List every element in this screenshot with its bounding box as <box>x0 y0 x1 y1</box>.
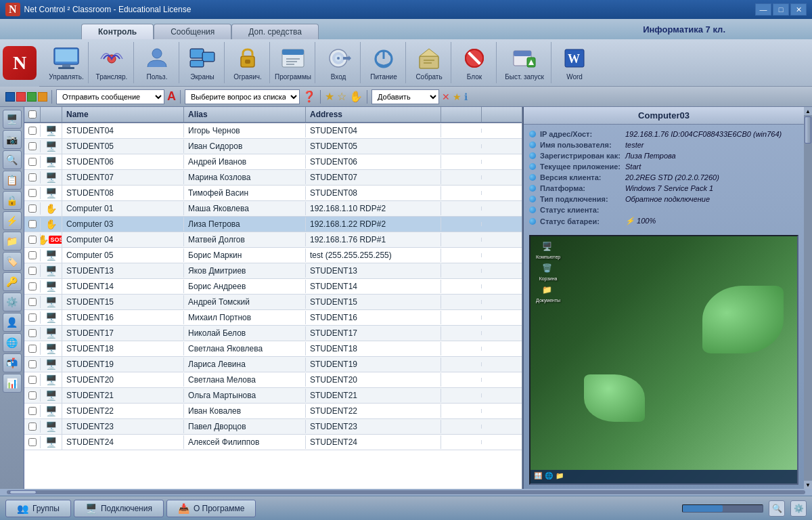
row-checkbox[interactable] <box>28 204 37 213</box>
question-mark-button[interactable]: ❓ <box>302 90 316 103</box>
table-row[interactable]: 🖥️STUDENT18Светлана ЯковлеваSTUDENT18 <box>24 341 522 357</box>
row-checkbox[interactable] <box>28 313 37 322</box>
table-row[interactable]: 🖥️STUDENT21Ольга МартыноваSTUDENT21 <box>24 388 522 404</box>
login-button[interactable]: Вход <box>319 43 357 82</box>
star-icon[interactable]: ★ <box>453 91 461 102</box>
table-row[interactable]: 🖥️STUDENT04Игорь ЧерновSTUDENT04 <box>24 123 522 139</box>
select-all-checkbox[interactable] <box>28 110 37 118</box>
sidebar-icon-key[interactable]: 🔑 <box>3 272 22 291</box>
question-select[interactable]: Выберите вопрос из списка <box>185 89 300 104</box>
header-name[interactable]: Name <box>62 107 184 122</box>
row-checkbox[interactable] <box>28 127 37 135</box>
row-checkbox[interactable] <box>28 220 37 228</box>
font-color-button[interactable]: A <box>167 89 176 104</box>
sidebar-icon-tag[interactable]: 🏷️ <box>3 252 22 271</box>
close-button[interactable]: ✕ <box>790 3 807 16</box>
table-row[interactable]: 🖥️STUDENT23Павел ДворцовSTUDENT23 <box>24 419 522 435</box>
table-row[interactable]: 🖥️STUDENT17Николай БеловSTUDENT17 <box>24 326 522 341</box>
table-row[interactable]: 🖥️STUDENT15Андрей ТомскийSTUDENT15 <box>24 295 522 310</box>
sidebar-icon-network[interactable]: 🌐 <box>3 333 22 352</box>
horizontal-scrollbar[interactable] <box>0 489 812 496</box>
row-checkbox[interactable] <box>28 173 37 181</box>
status-icon-1[interactable]: 🔍 <box>769 500 785 517</box>
power-button[interactable]: Питание <box>365 43 403 82</box>
tab-control[interactable]: Контроль <box>81 24 154 39</box>
info-icon[interactable]: ℹ <box>464 91 468 102</box>
row-checkbox[interactable] <box>28 360 37 368</box>
row-checkbox[interactable] <box>28 329 37 337</box>
row-checkbox[interactable] <box>28 298 37 306</box>
row-checkbox[interactable] <box>28 158 37 166</box>
table-row[interactable]: 🖥️STUDENT05Иван СидоровSTUDENT05 <box>24 139 522 154</box>
sidebar-icon-clipboard[interactable]: 📋 <box>3 171 22 190</box>
sidebar-icon-chart[interactable]: 📊 <box>3 374 22 393</box>
send-message-select[interactable]: Отправить сообщение <box>56 89 164 104</box>
star-filled-icon[interactable]: ★ <box>325 90 334 103</box>
row-checkbox[interactable] <box>28 422 37 431</box>
table-row[interactable]: 🖥️STUDENT20Светлана МеловаSTUDENT20 <box>24 372 522 388</box>
manage-button[interactable]: Управлять. <box>47 43 85 82</box>
status-icon-2[interactable]: ⚙️ <box>790 500 807 517</box>
scroll-thumb[interactable] <box>805 116 811 144</box>
sidebar-icon-monitor[interactable]: 🖥️ <box>3 110 22 129</box>
table-row[interactable]: ✋SOSComputer 04Матвей Долгов192.168.1.76… <box>24 232 522 248</box>
table-row[interactable]: 🖥️STUDENT07Марина КозловаSTUDENT07 <box>24 170 522 186</box>
row-checkbox[interactable] <box>28 376 37 384</box>
titlebar-controls[interactable]: — □ ✕ <box>755 3 807 16</box>
user-button[interactable]: Польз. <box>138 43 176 82</box>
row-checkbox[interactable] <box>28 391 37 399</box>
header-address[interactable]: Address <box>306 107 441 122</box>
cross-icon[interactable]: ✕ <box>442 91 450 102</box>
table-row[interactable]: ✋Computer 01Маша Яковлева192.168.1.10 RD… <box>24 201 522 217</box>
sidebar-icon-gear[interactable]: ⚙️ <box>3 292 22 311</box>
table-row[interactable]: ✋Computer 03Лиза Петрова192.168.1.22 RDP… <box>24 217 522 232</box>
table-row[interactable]: 🖥️STUDENT13Яков ДмитриевSTUDENT13 <box>24 263 522 279</box>
table-row[interactable]: 🖥️STUDENT08Тимофей ВасинSTUDENT08 <box>24 186 522 201</box>
star-outline-icon[interactable]: ☆ <box>337 90 346 103</box>
broadcast-button[interactable]: Трансляр. <box>93 43 131 82</box>
sidebar-icon-camera[interactable]: 📷 <box>3 130 22 149</box>
tab-messages[interactable]: Сообщения <box>154 24 231 39</box>
row-checkbox[interactable] <box>28 142 37 150</box>
table-row[interactable]: 🖥️STUDENT06Андрей ИвановSTUDENT06 <box>24 154 522 170</box>
scroll-up-arrow[interactable]: ▲ <box>804 107 812 115</box>
header-alias[interactable]: Alias <box>184 107 306 122</box>
tab-extra[interactable]: Доп. средства <box>231 24 319 39</box>
sidebar-icon-power[interactable]: ⚡ <box>3 211 22 230</box>
row-checkbox[interactable] <box>28 189 37 197</box>
maximize-button[interactable]: □ <box>773 3 789 16</box>
about-button[interactable]: 📥 О Программе <box>166 500 256 517</box>
row-checkbox[interactable] <box>28 345 37 353</box>
sidebar-icon-user[interactable]: 👤 <box>3 313 22 332</box>
table-row[interactable]: 🖥️STUDENT24Алексей ФилипповSTUDENT24 <box>24 435 522 450</box>
row-checkbox[interactable] <box>28 282 37 290</box>
sidebar-icon-search[interactable]: 🔍 <box>3 150 22 169</box>
row-checkbox[interactable] <box>28 267 37 275</box>
add-select[interactable]: Добавить <box>371 89 439 104</box>
collect-button[interactable]: Собрать <box>410 43 448 82</box>
minimize-button[interactable]: — <box>755 3 771 16</box>
row-checkbox[interactable] <box>28 236 37 244</box>
groups-button[interactable]: 👥 Группы <box>5 500 71 517</box>
table-row[interactable]: 🖥️Computer 05Борис Маркинtest (255.255.2… <box>24 248 522 263</box>
row-checkbox[interactable] <box>28 407 37 415</box>
hand-icon[interactable]: ✋ <box>349 90 363 103</box>
quicklaunch-button[interactable]: Быст. запуск <box>501 43 548 82</box>
header-check[interactable] <box>24 107 41 122</box>
restrict-button[interactable]: Ограяич. <box>229 43 267 82</box>
h-scroll-thumb[interactable] <box>9 490 37 494</box>
table-row[interactable]: 🖥️STUDENT16Михаил ПортновSTUDENT16 <box>24 310 522 326</box>
table-row[interactable]: 🖥️STUDENT22Иван КовалевSTUDENT22 <box>24 404 522 419</box>
programs-button[interactable]: Программы <box>274 43 312 82</box>
info-panel-scrollbar[interactable]: ▲ ▼ <box>804 107 812 489</box>
row-checkbox[interactable] <box>28 251 37 259</box>
screens-button[interactable]: Экраны <box>183 43 221 82</box>
table-row[interactable]: 🖥️STUDENT14Борис АндреевSTUDENT14 <box>24 279 522 295</box>
table-row[interactable]: 🖥️STUDENT19Лариса ЛевинаSTUDENT19 <box>24 357 522 372</box>
sidebar-icon-folder[interactable]: 📁 <box>3 232 22 251</box>
sidebar-icon-mail[interactable]: 📬 <box>3 353 22 372</box>
scroll-down-arrow[interactable]: ▼ <box>804 481 812 489</box>
row-checkbox[interactable] <box>28 438 37 446</box>
word-button[interactable]: W Word <box>556 43 593 82</box>
sidebar-icon-lock[interactable]: 🔒 <box>3 191 22 210</box>
